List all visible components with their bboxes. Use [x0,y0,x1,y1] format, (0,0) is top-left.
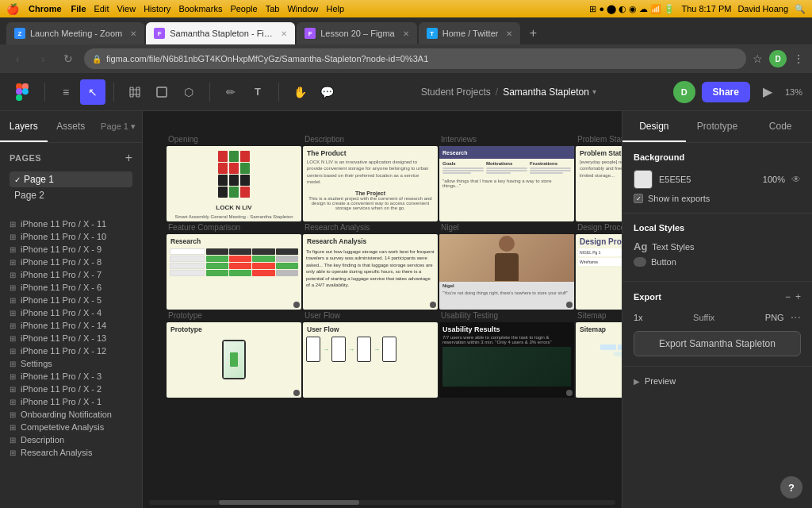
text-styles-row[interactable]: Ag Text Styles [634,241,801,252]
frame-feature[interactable]: Feature Comparison Research [167,223,301,310]
apple-menu[interactable]: 🍎 [6,3,19,15]
frame-nigel[interactable]: Nigel Nigel "You're not doing things rig… [439,223,574,310]
figma-logo[interactable] [10,79,35,105]
help-button[interactable]: ? [780,476,802,498]
export-minus-icon[interactable]: − [785,291,791,302]
tab-zoom[interactable]: Z Launch Meeting - Zoom ✕ [6,22,144,44]
frame-prototype[interactable]: Prototype Prototype [167,311,301,398]
frame-description[interactable]: Description The Product LOCK N LIV is an… [303,135,438,221]
browser-avatar[interactable]: D [769,50,787,67]
background-eye-icon[interactable]: 👁 [791,174,801,185]
layer-iphone-14[interactable]: ⊞ iPhone 11 Pro / X - 14 [0,319,142,332]
preview-header[interactable]: ▶ Preview [634,376,801,386]
forward-button[interactable]: › [33,49,52,68]
tab-figma-main-close[interactable]: ✕ [281,29,287,38]
frame-problem[interactable]: Problem Statement Problem Statement [eve… [576,135,622,221]
frame-analysis[interactable]: Research Analysis Research Analysis To f… [303,223,438,310]
tool-shapes-more[interactable]: ⬡ [176,79,201,105]
layer-competitive[interactable]: ⊞ Competetive Analysis [0,421,142,433]
frame-usability-thumb: Usability Results 7/7 users were able to… [439,322,574,398]
tool-hand[interactable]: ✋ [287,79,312,105]
layer-iphone-10[interactable]: ⊞ iPhone 11 Pro / X - 10 [0,230,142,243]
tab-figma-lesson[interactable]: F Lesson 20 – Figma ✕ [297,22,417,44]
layer-iphone-2[interactable]: ⊞ iPhone 11 Pro / X - 2 [0,383,142,395]
right-tab-prototype[interactable]: Prototype [686,111,749,142]
layer-iphone-13[interactable]: ⊞ iPhone 11 Pro / X - 13 [0,332,142,344]
layer-iphone-4[interactable]: ⊞ iPhone 11 Pro / X - 4 [0,306,142,319]
layer-iphone-5[interactable]: ⊞ iPhone 11 Pro / X - 5 [0,294,142,306]
canvas-scrollbar-track[interactable] [143,500,622,505]
right-tab-code[interactable]: Code [749,111,812,142]
menubar-search[interactable]: 🔍 [795,4,806,14]
extensions-icon[interactable]: ⋮ [793,52,804,65]
tool-select[interactable]: ↖ [80,79,105,105]
menu-edit[interactable]: Edit [94,4,109,13]
right-tab-design[interactable]: Design [622,111,686,142]
tab-assets[interactable]: Assets [48,111,95,142]
page-item-1[interactable]: ✓ Page 1 [10,171,132,187]
frame-design[interactable]: Design Process Design Process NIGEL Pg 1… [576,223,622,310]
zoom-level[interactable]: 13% [785,87,802,97]
present-button[interactable]: ▶ [756,81,779,103]
menu-bookmarks[interactable]: Bookmarks [178,4,222,13]
tool-pen[interactable]: ✏ [218,79,243,105]
frame-sitemap[interactable]: Sitemap Sitemap Home [576,311,622,398]
frame-usability[interactable]: Usability Testing Usability Results 7/7 … [439,311,574,398]
menu-tab[interactable]: Tab [266,4,280,13]
menu-window[interactable]: Window [287,4,318,13]
canvas[interactable]: Opening [143,111,622,508]
show-exports-checkbox[interactable]: ✓ [634,194,643,203]
layer-iphone-6[interactable]: ⊞ iPhone 11 Pro / X - 6 [0,281,142,294]
layer-iphone-1[interactable]: ⊞ iPhone 11 Pro / X - 1 [0,395,142,408]
app-name[interactable]: Chrome [29,4,62,13]
breadcrumb-projects[interactable]: Student Projects [421,87,491,98]
layer-iphone-3[interactable]: ⊞ iPhone 11 Pro / X - 3 [0,370,142,383]
pages-add-button[interactable]: + [125,151,132,165]
layer-iphone-12[interactable]: ⊞ iPhone 11 Pro / X - 12 [0,344,142,357]
show-exports-row[interactable]: ✓ Show in exports [634,194,801,203]
tab-layers[interactable]: Layers [0,111,48,142]
export-format[interactable]: PNG [765,313,784,322]
tool-comment[interactable]: 💬 [314,79,339,105]
layer-iphone-8[interactable]: ⊞ iPhone 11 Pro / X - 8 [0,256,142,268]
export-button[interactable]: Export Samantha Stapleton [634,331,801,356]
tool-menu[interactable]: ≡ [53,79,79,105]
tool-text[interactable]: T [245,79,270,105]
menu-history[interactable]: History [144,4,170,13]
button-styles-row[interactable]: Button [634,257,801,267]
menu-file[interactable]: File [71,4,86,13]
tab-figma-lesson-close[interactable]: ✕ [403,29,409,38]
layer-description[interactable]: ⊞ Description [0,433,142,446]
frame-userflow[interactable]: User Flow User Flow → → → [303,311,438,398]
tab-figma-main[interactable]: F Samantha Stapleton - Figma ✕ [146,22,295,44]
current-file-name[interactable]: Samantha Stapleton ▾ [503,87,596,98]
export-scale[interactable]: 1x [634,313,643,322]
frame-opening[interactable]: Opening [167,135,301,221]
page-item-2[interactable]: Page 2 [10,187,132,203]
menu-help[interactable]: Help [327,4,345,13]
frame-interviews[interactable]: Interviews Research Goals Motivati [439,135,574,221]
tab-twitter[interactable]: T Home / Twitter ✕ [419,22,521,44]
layer-iphone-9[interactable]: ⊞ iPhone 11 Pro / X - 9 [0,243,142,256]
layer-research[interactable]: ⊞ Research Analysis [0,446,142,459]
background-color-swatch[interactable] [634,170,653,189]
menu-view[interactable]: View [117,4,136,13]
tab-zoom-close[interactable]: ✕ [130,29,136,38]
export-plus-icon[interactable]: + [795,291,801,302]
url-bar[interactable]: 🔒 figma.com/file/N6b81nbGT4KOnHxpMfCyGz/… [84,48,746,69]
layer-settings[interactable]: ⊞ Settings [0,357,142,370]
figma-avatar[interactable]: D [673,81,695,103]
tab-twitter-close[interactable]: ✕ [506,29,512,38]
tool-frame[interactable] [122,79,147,105]
share-button[interactable]: Share [702,82,750,102]
reload-button[interactable]: ↻ [59,49,78,68]
tool-shape[interactable] [149,79,174,105]
back-button[interactable]: ‹ [8,49,27,68]
export-more-icon[interactable]: ··· [791,310,801,325]
menu-people[interactable]: People [230,4,257,13]
layer-onboarding[interactable]: ⊞ Onboarding Notification [0,408,142,421]
layer-iphone-11[interactable]: ⊞ iPhone 11 Pro / X - 11 [0,217,142,230]
new-tab-button[interactable]: + [522,22,544,44]
layer-iphone-7[interactable]: ⊞ iPhone 11 Pro / X - 7 [0,268,142,281]
bookmark-icon[interactable]: ☆ [753,52,763,65]
